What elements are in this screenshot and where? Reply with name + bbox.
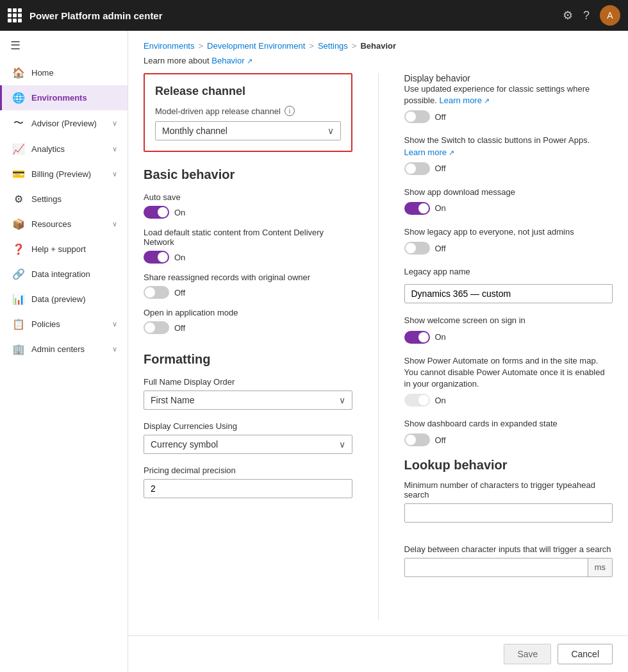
min-chars-label: Minimum number of characters to trigger …: [404, 480, 613, 500]
chevron-down-icon: ∨: [112, 220, 117, 228]
open-app-mode-label: Open in application mode: [144, 308, 352, 317]
col-left: Release channel Model-driven app release…: [144, 73, 378, 620]
display-currencies-label: Display Currencies Using: [144, 421, 352, 431]
chevron-down-icon: ∨: [327, 126, 334, 136]
show-power-automate-toggle: [404, 394, 430, 407]
sidebar-item-resources[interactable]: 📦 Resources ∨: [0, 212, 128, 237]
sidebar-item-policies[interactable]: 📋 Policies ∨: [0, 312, 128, 337]
show-welcome-screen-toggle[interactable]: [404, 331, 430, 344]
delay-field: Delay between character inputs that will…: [404, 544, 613, 577]
avatar[interactable]: A: [600, 5, 620, 26]
release-channel-dropdown[interactable]: Monthly channel ∨: [155, 121, 341, 140]
info-icon[interactable]: i: [285, 106, 295, 116]
min-chars-input[interactable]: [404, 503, 613, 523]
load-static-state: On: [174, 253, 185, 262]
auto-save-row: Auto save On: [144, 192, 352, 219]
topbar-actions: ⚙ ? A: [563, 5, 620, 26]
sidebar-item-admin-centers[interactable]: 🏢 Admin centers ∨: [0, 337, 128, 362]
show-dashboard-cards-item: Show dashboard cards in expanded state O…: [404, 418, 613, 446]
auto-save-toggle[interactable]: [144, 206, 169, 219]
load-static-toggle[interactable]: [144, 251, 169, 264]
breadcrumb-settings[interactable]: Settings: [318, 41, 348, 51]
breadcrumb-environments[interactable]: Environments: [144, 41, 194, 51]
sidebar-item-data-integration[interactable]: 🔗 Data integration: [0, 262, 128, 287]
breadcrumb-dev-env[interactable]: Development Environment: [207, 41, 305, 51]
col-right: Display behavior Use updated experience …: [378, 73, 613, 620]
admin-centers-icon: 🏢: [12, 343, 25, 355]
breadcrumb-current: Behavior: [360, 41, 396, 51]
load-static-label: Load default static content from Content…: [144, 228, 352, 247]
show-switch-classic-toggle[interactable]: [404, 162, 430, 175]
formatting-title: Formatting: [144, 352, 352, 367]
load-static-row: Load default static content from Content…: [144, 228, 352, 264]
full-name-order-dropdown[interactable]: First Name ∨: [144, 391, 352, 410]
topbar: Power Platform admin center ⚙ ? A: [0, 0, 628, 31]
sidebar-collapse-button[interactable]: ☰: [0, 31, 128, 60]
basic-behavior-title: Basic behavior: [144, 167, 352, 182]
delay-label: Delay between character inputs that will…: [404, 544, 613, 554]
use-updated-experience-link[interactable]: Learn more: [439, 96, 490, 105]
chevron-down-icon: ∨: [112, 320, 117, 328]
help-icon[interactable]: ?: [583, 9, 590, 22]
sidebar-item-data-preview[interactable]: 📊 Data (preview): [0, 287, 128, 312]
gear-icon[interactable]: ⚙: [563, 8, 573, 22]
min-chars-field: Minimum number of characters to trigger …: [404, 480, 613, 533]
show-switch-classic-item: Show the Switch to classic buttons in Po…: [404, 135, 613, 174]
show-legacy-app-toggle[interactable]: [404, 242, 430, 255]
breadcrumb: Environments > Development Environment >…: [128, 31, 628, 53]
chevron-down-icon: ∨: [112, 170, 117, 178]
home-icon: 🏠: [12, 67, 25, 79]
share-reassigned-row: Share reassigned records with original o…: [144, 273, 352, 299]
app-launcher-icon[interactable]: [8, 8, 22, 22]
display-behavior-section: Display behavior Use updated experience …: [404, 73, 613, 446]
legacy-app-name-item: Legacy app name: [404, 266, 613, 303]
data-integration-icon: 🔗: [12, 268, 25, 280]
chevron-down-icon: ∨: [112, 119, 117, 128]
release-channel-box: Release channel Model-driven app release…: [144, 73, 352, 152]
open-app-mode-toggle[interactable]: [144, 321, 169, 334]
sidebar-item-analytics[interactable]: 📈 Analytics ∨: [0, 137, 128, 162]
auto-save-label: Auto save: [144, 192, 352, 202]
cancel-button[interactable]: Cancel: [558, 644, 613, 664]
pricing-decimal-field: Pricing decimal precision: [144, 466, 352, 498]
display-currencies-field: Display Currencies Using Currency symbol…: [144, 421, 352, 454]
breadcrumb-sep-2: >: [309, 41, 314, 51]
advisor-icon: 〜: [12, 117, 25, 130]
content-area: Environments > Development Environment >…: [128, 31, 628, 672]
delay-input[interactable]: [405, 559, 588, 576]
sidebar-item-advisor[interactable]: 〜 Advisor (Preview) ∨: [0, 110, 128, 137]
release-channel-title: Release channel: [155, 85, 341, 98]
legacy-app-name-input[interactable]: [404, 284, 613, 303]
display-behavior-title: Display behavior: [404, 73, 613, 83]
display-currencies-dropdown[interactable]: Currency symbol ∨: [144, 435, 352, 454]
sidebar-item-help[interactable]: ❓ Help + support: [0, 237, 128, 262]
save-button[interactable]: Save: [504, 644, 551, 664]
chevron-down-icon: ∨: [112, 145, 117, 153]
open-app-mode-row: Open in application mode Off: [144, 308, 352, 334]
use-updated-experience-toggle[interactable]: [404, 110, 430, 123]
delay-suffix: ms: [588, 559, 612, 576]
footer-bar: Save Cancel: [128, 635, 628, 672]
show-dashboard-cards-toggle[interactable]: [404, 433, 430, 446]
share-reassigned-toggle[interactable]: [144, 286, 169, 299]
chevron-down-icon: ∨: [339, 439, 345, 449]
sidebar-item-environments[interactable]: 🌐 Environments: [0, 85, 128, 110]
show-welcome-screen-item: Show welcome screen on sign in On: [404, 315, 613, 343]
billing-icon: 💳: [12, 168, 25, 180]
show-app-download-item: Show app download message On: [404, 187, 613, 215]
release-channel-selected: Monthly channel: [162, 126, 227, 136]
resources-icon: 📦: [12, 218, 25, 230]
sidebar-item-billing[interactable]: 💳 Billing (Preview) ∨: [0, 162, 128, 187]
auto-save-state: On: [174, 208, 185, 217]
breadcrumb-sep-1: >: [198, 41, 203, 51]
sidebar-item-home[interactable]: 🏠 Home: [0, 60, 128, 85]
pricing-decimal-input[interactable]: [144, 479, 352, 498]
chevron-down-icon: ∨: [339, 395, 345, 405]
learn-more-behavior-link[interactable]: Behavior: [211, 56, 252, 65]
settings-body: Release channel Model-driven app release…: [128, 73, 628, 635]
main-layout: ☰ 🏠 Home 🌐 Environments 〜 Advisor (Previ…: [0, 31, 628, 672]
sidebar-item-settings[interactable]: ⚙ Settings: [0, 187, 128, 212]
show-app-download-toggle[interactable]: [404, 202, 430, 215]
release-channel-label: Model-driven app release channel i: [155, 106, 341, 116]
show-switch-classic-link[interactable]: Learn more: [404, 147, 455, 157]
